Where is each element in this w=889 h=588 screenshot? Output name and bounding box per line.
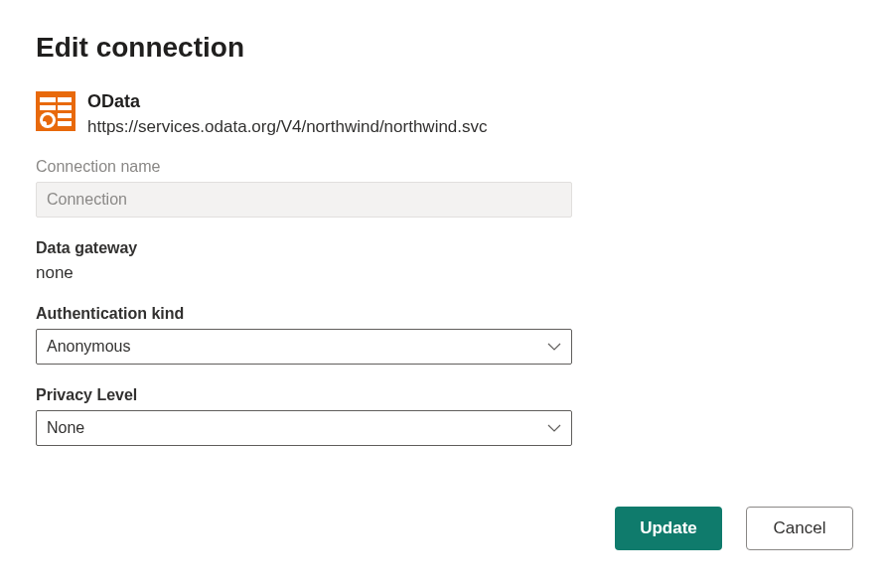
connector-name: OData <box>87 91 488 113</box>
svg-rect-3 <box>40 105 56 110</box>
svg-rect-5 <box>58 113 72 118</box>
odata-icon <box>36 91 75 131</box>
connection-name-input[interactable] <box>36 182 572 218</box>
connector-header: OData https://services.odata.org/V4/nort… <box>36 91 853 138</box>
connection-name-field: Connection name <box>36 158 853 218</box>
privacy-level-field: Privacy Level None <box>36 386 853 446</box>
svg-rect-1 <box>40 97 56 102</box>
svg-rect-4 <box>58 105 72 110</box>
authentication-kind-value: Anonymous <box>47 338 131 356</box>
update-button[interactable]: Update <box>615 507 722 550</box>
privacy-level-label: Privacy Level <box>36 386 853 404</box>
authentication-kind-field: Authentication kind Anonymous <box>36 305 853 365</box>
connector-url: https://services.odata.org/V4/northwind/… <box>87 115 488 139</box>
data-gateway-field: Data gateway none <box>36 239 853 283</box>
privacy-level-dropdown[interactable]: None <box>36 410 572 446</box>
page-title: Edit connection <box>36 32 853 64</box>
data-gateway-label: Data gateway <box>36 239 853 257</box>
connection-name-label: Connection name <box>36 158 853 176</box>
authentication-kind-label: Authentication kind <box>36 305 853 323</box>
svg-point-9 <box>42 121 47 126</box>
data-gateway-value: none <box>36 263 853 283</box>
chevron-down-icon <box>547 340 561 354</box>
cancel-button[interactable]: Cancel <box>746 507 853 550</box>
authentication-kind-dropdown[interactable]: Anonymous <box>36 329 572 365</box>
svg-rect-2 <box>58 97 72 102</box>
chevron-down-icon <box>547 421 561 435</box>
privacy-level-value: None <box>47 419 84 437</box>
svg-rect-6 <box>58 121 72 126</box>
dialog-actions: Update Cancel <box>615 507 853 550</box>
